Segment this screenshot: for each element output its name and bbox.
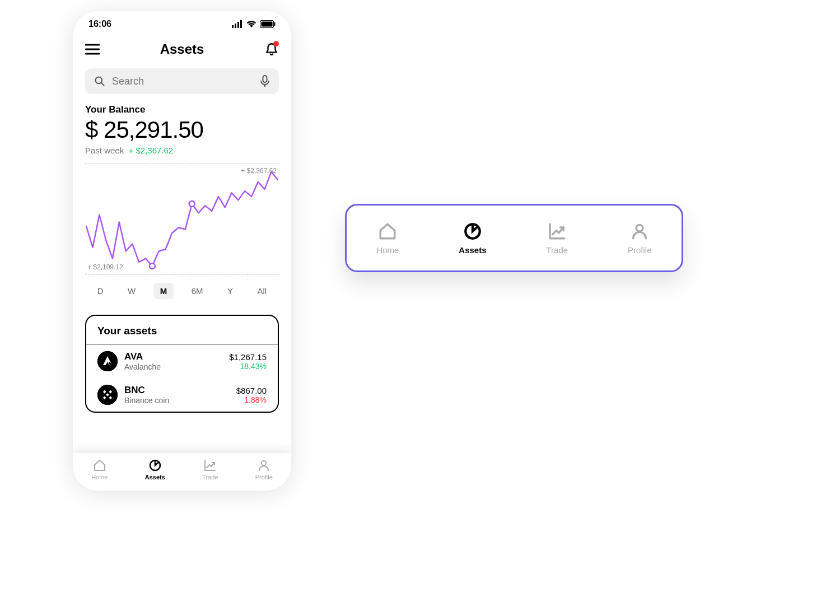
- search-input[interactable]: [112, 76, 260, 87]
- range-y[interactable]: Y: [221, 283, 240, 299]
- svg-rect-12: [263, 76, 267, 82]
- svg-line-11: [101, 83, 104, 86]
- asset-row-ava[interactable]: AVAAvalanche$1,267.1518.43%: [86, 344, 278, 378]
- tab-label: Assets: [459, 245, 486, 255]
- balance-section: Your Balance $ 25,291.50 Past week + $2,…: [85, 104, 279, 155]
- svg-rect-6: [274, 22, 276, 26]
- bottom-tabbar: HomeAssetsTradeProfile: [73, 453, 291, 491]
- tab-label: Home: [91, 474, 108, 480]
- range-m[interactable]: M: [153, 283, 174, 299]
- assets-card-title: Your assets: [86, 316, 278, 344]
- range-d[interactable]: D: [91, 283, 110, 299]
- tab-home[interactable]: Home: [91, 459, 108, 480]
- asset-values: $1,267.1518.43%: [229, 352, 267, 371]
- balance-chart[interactable]: + $2,367.62 + $2,109.12: [85, 163, 279, 275]
- tab-label: Assets: [145, 474, 165, 480]
- range-6m[interactable]: 6M: [185, 283, 210, 299]
- bnc-icon: [97, 385, 118, 405]
- chart-up-icon: [203, 459, 217, 472]
- balance-amount: $ 25,291.50: [85, 116, 279, 143]
- status-time: 16:06: [88, 19, 111, 29]
- asset-values: $867.001.88%: [236, 386, 267, 404]
- svg-point-14: [150, 263, 155, 269]
- microphone-icon[interactable]: [260, 75, 270, 87]
- time-range-selector: DWM6MYAll: [85, 283, 279, 299]
- svg-point-15: [189, 201, 195, 207]
- asset-symbol: AVA: [124, 351, 229, 362]
- tab-label: Profile: [628, 245, 652, 255]
- search-icon: [94, 76, 105, 87]
- search-bar[interactable]: [85, 68, 279, 94]
- ava-icon: [97, 351, 118, 371]
- home-icon: [378, 222, 397, 241]
- chart-low-label: + $2,109.12: [87, 263, 123, 271]
- notification-dot-icon: [273, 41, 279, 46]
- svg-rect-0: [232, 25, 234, 28]
- tab-profile[interactable]: Profile: [255, 459, 273, 480]
- asset-price: $867.00: [236, 386, 267, 395]
- line-chart-icon: [85, 164, 279, 274]
- tab-assets[interactable]: Assets: [459, 222, 486, 255]
- tab-label: Home: [376, 245, 399, 255]
- asset-name: Avalanche: [124, 362, 229, 371]
- notifications-button[interactable]: [264, 42, 279, 57]
- page-title: Assets: [160, 41, 204, 57]
- phone-frame: 16:06 Assets: [73, 11, 291, 491]
- svg-rect-1: [235, 24, 236, 28]
- asset-info: BNCBinance coin: [124, 385, 236, 405]
- asset-name: Binance coin: [124, 396, 236, 405]
- svg-rect-3: [240, 20, 242, 28]
- svg-rect-2: [237, 22, 239, 28]
- home-icon: [93, 459, 106, 472]
- tab-home[interactable]: Home: [376, 222, 399, 255]
- chart-high-label: + $2,367.62: [241, 167, 277, 175]
- assets-list: AVAAvalanche$1,267.1518.43%BNCBinance co…: [86, 344, 278, 412]
- tab-trade[interactable]: Trade: [546, 222, 568, 255]
- svg-rect-5: [262, 22, 273, 27]
- tab-profile[interactable]: Profile: [628, 222, 652, 255]
- balance-period: Past week: [85, 146, 124, 155]
- asset-change: 1.88%: [236, 395, 267, 404]
- assets-card: Your assets AVAAvalanche$1,267.1518.43%B…: [85, 315, 279, 413]
- battery-icon: [260, 20, 276, 28]
- status-indicators: [232, 20, 276, 28]
- tab-label: Trade: [546, 245, 568, 255]
- tab-label: Profile: [255, 474, 273, 480]
- main-content: Your Balance $ 25,291.50 Past week + $2,…: [73, 63, 291, 453]
- svg-point-26: [636, 225, 643, 231]
- status-bar: 16:06: [73, 11, 291, 31]
- range-w[interactable]: W: [121, 283, 142, 299]
- balance-change: Past week + $2,367.62: [85, 146, 279, 155]
- tab-assets[interactable]: Assets: [145, 459, 165, 480]
- tab-label: Trade: [202, 474, 218, 480]
- cellular-icon: [232, 20, 243, 28]
- person-icon: [257, 459, 270, 472]
- pie-icon: [463, 222, 482, 241]
- range-all[interactable]: All: [251, 283, 274, 299]
- svg-point-24: [262, 461, 266, 465]
- asset-row-bnc[interactable]: BNCBinance coin$867.001.88%: [86, 378, 278, 412]
- wifi-icon: [246, 20, 256, 28]
- asset-symbol: BNC: [124, 385, 236, 396]
- asset-price: $1,267.15: [229, 352, 267, 362]
- asset-change: 18.43%: [229, 362, 267, 371]
- asset-info: AVAAvalanche: [124, 351, 229, 371]
- pie-icon: [148, 459, 162, 472]
- chart-up-icon: [548, 222, 567, 241]
- balance-label: Your Balance: [85, 104, 279, 115]
- tabbar-showcase: HomeAssetsTradeProfile: [345, 204, 683, 272]
- menu-icon[interactable]: [85, 44, 100, 55]
- tab-trade[interactable]: Trade: [202, 459, 218, 480]
- app-header: Assets: [73, 31, 291, 63]
- balance-delta: + $2,367.62: [129, 146, 174, 155]
- person-icon: [630, 222, 649, 241]
